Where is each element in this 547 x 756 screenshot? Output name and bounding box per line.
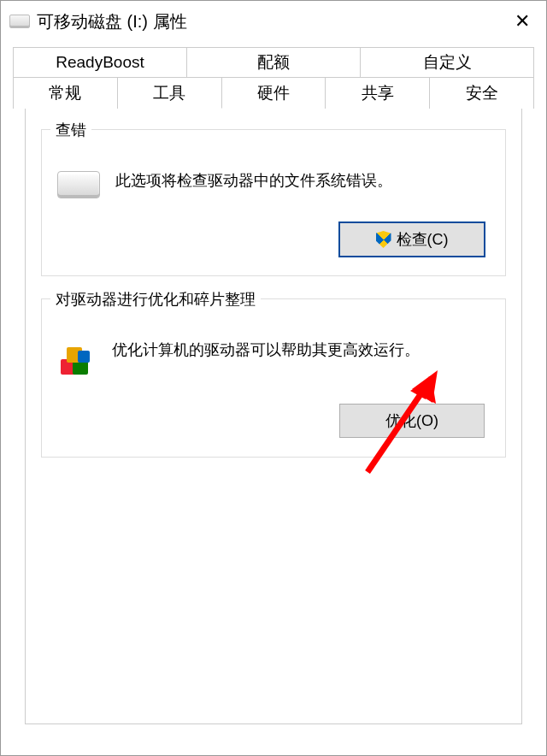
group-title: 查错 — [50, 120, 91, 140]
tab-row-bottom: 常规 工具 硬件 共享 安全 — [13, 78, 534, 109]
check-desc: 此选项将检查驱动器中的文件系统错误。 — [115, 169, 490, 192]
tab-label: 配额 — [257, 51, 290, 74]
tab-label: ReadyBoost — [56, 53, 144, 72]
tab-security[interactable]: 安全 — [430, 78, 534, 109]
optimize-button[interactable]: 优化(O) — [339, 404, 485, 438]
tab-label: 常规 — [49, 82, 81, 104]
tab-label: 自定义 — [423, 51, 472, 74]
shield-icon — [376, 231, 391, 248]
tab-label: 安全 — [466, 82, 498, 104]
tab-general[interactable]: 常规 — [13, 78, 118, 109]
group-title: 对驱动器进行优化和碎片整理 — [50, 289, 261, 310]
tab-row-top: ReadyBoost 配额 自定义 — [13, 47, 534, 78]
tab-hardware[interactable]: 硬件 — [222, 78, 326, 109]
tab-label: 硬件 — [257, 82, 290, 104]
check-button[interactable]: 检查(C) — [339, 222, 485, 257]
tab-sharing[interactable]: 共享 — [326, 78, 430, 109]
tab-label: 共享 — [362, 82, 394, 104]
drive-icon — [9, 15, 30, 28]
group-check-errors: 查错 此选项将检查驱动器中的文件系统错误。 检查(C) — [41, 129, 506, 276]
tab-label: 工具 — [153, 82, 185, 104]
optimize-icon — [57, 340, 97, 380]
group-optimize: 对驱动器进行优化和碎片整理 优化计算机的驱动器可以帮助其更高效运行。 优化(O) — [41, 298, 506, 458]
properties-dialog: 可移动磁盘 (I:) 属性 ✕ ReadyBoost 配额 自定义 常规 工具 … — [0, 0, 547, 756]
tab-readyboost[interactable]: ReadyBoost — [13, 47, 187, 78]
tools-panel: 查错 此选项将检查驱动器中的文件系统错误。 检查(C) 对驱动器进行优化和碎片整… — [25, 109, 522, 724]
check-button-label: 检查(C) — [397, 229, 449, 250]
titlebar: 可移动磁盘 (I:) 属性 ✕ — [1, 1, 546, 42]
close-button[interactable]: ✕ — [502, 4, 543, 38]
drive-big-icon — [57, 171, 100, 198]
tab-area: ReadyBoost 配额 自定义 常规 工具 硬件 共享 安全 查错 此选项将… — [13, 47, 534, 724]
tab-custom[interactable]: 自定义 — [361, 47, 534, 78]
tab-quota[interactable]: 配额 — [187, 47, 361, 78]
tab-tools[interactable]: 工具 — [118, 78, 222, 109]
optimize-desc: 优化计算机的驱动器可以帮助其更高效运行。 — [112, 339, 490, 362]
optimize-button-label: 优化(O) — [385, 410, 438, 431]
window-title: 可移动磁盘 (I:) 属性 — [37, 10, 187, 33]
